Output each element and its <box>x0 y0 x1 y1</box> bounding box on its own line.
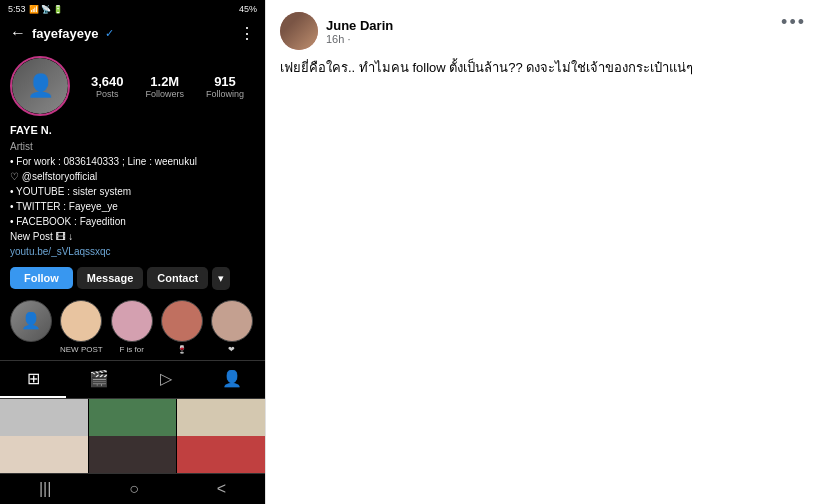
highlight-4[interactable]: ❤ <box>211 300 253 354</box>
followers-stat[interactable]: 1.2M Followers <box>146 74 185 99</box>
dropdown-button[interactable]: ▾ <box>212 267 230 290</box>
bio-line3: • YOUTUBE : sister system <box>10 184 255 199</box>
highlight-3-label: 🍷 <box>177 345 187 354</box>
status-time: 5:53 <box>8 4 26 14</box>
highlight-0[interactable]: 👤 <box>10 300 52 354</box>
fb-post-header: June Darin 16h · ••• <box>280 12 806 50</box>
verified-badge: ✓ <box>105 27 114 40</box>
posts-stat: 3,640 Posts <box>91 74 124 99</box>
tab-bar: ⊞ 🎬 ▷ 👤 <box>0 360 265 399</box>
highlight-2-label: F is for <box>119 345 143 354</box>
profile-avatar[interactable]: 👤 <box>10 56 70 116</box>
fb-post-text: เฟยยี่คือใคร.. ทำไมคน follow ตั้งเป็นล้า… <box>280 58 806 79</box>
bio-line5: • FACEBOOK : Fayedition <box>10 214 255 229</box>
back-button[interactable]: ← <box>10 24 26 42</box>
video-icon: ▷ <box>160 369 172 388</box>
tab-reels[interactable]: 🎬 <box>66 361 132 398</box>
bio-link[interactable]: youtu.be/_sVLaqssxqc <box>10 246 111 257</box>
fb-poster-name[interactable]: June Darin <box>326 18 393 33</box>
highlight-1[interactable]: NEW POST <box>60 300 103 354</box>
bio-line6: New Post 🎞 ↓ <box>10 229 255 244</box>
more-options-button[interactable]: ⋮ <box>239 24 255 43</box>
bio-section: FAYE N. Artist • For work : 0836140333 ;… <box>0 120 265 263</box>
status-right: 45% <box>239 4 257 14</box>
highlight-4-label: ❤ <box>228 345 235 354</box>
highlight-3[interactable]: 🍷 <box>161 300 203 354</box>
profile-section: 👤 3,640 Posts 1.2M Followers 915 Followi… <box>0 48 265 120</box>
nav-menu[interactable]: ||| <box>39 480 51 498</box>
following-count: 915 <box>214 74 236 89</box>
following-label: Following <box>206 89 244 99</box>
contact-button[interactable]: Contact <box>147 267 208 289</box>
tab-grid[interactable]: ⊞ <box>0 361 66 398</box>
bio-line2: ♡ @selfstoryofficial <box>10 169 255 184</box>
tab-video[interactable]: ▷ <box>133 361 199 398</box>
photo-grid: CHANEL <box>0 399 265 474</box>
bio-line4: • TWITTER : Fayeye_ye <box>10 199 255 214</box>
instagram-panel: 5:53 📶 📡 🔋 45% ← fayefayeye ✓ ⋮ 👤 3,640 … <box>0 0 265 504</box>
facebook-panel: June Darin 16h · ••• เฟยยี่คือใคร.. ทำไม… <box>266 0 820 504</box>
fb-avatar[interactable] <box>280 12 318 50</box>
fb-user-info: June Darin 16h · <box>280 12 393 50</box>
status-icons: 📶 📡 🔋 <box>29 5 63 14</box>
grid-cell-3[interactable] <box>0 436 88 473</box>
grid-cell-4[interactable] <box>89 436 177 473</box>
profile-username: fayefayeye <box>32 26 99 41</box>
grid-icon: ⊞ <box>27 369 40 388</box>
followers-label: Followers <box>146 89 185 99</box>
highlight-2[interactable]: F is for <box>111 300 153 354</box>
stats-row: 3,640 Posts 1.2M Followers 915 Following <box>80 74 255 99</box>
action-buttons: Follow Message Contact ▾ <box>0 263 265 294</box>
tagged-icon: 👤 <box>222 369 242 388</box>
highlight-1-label: NEW POST <box>60 345 103 354</box>
nav-back[interactable]: < <box>217 480 226 498</box>
ig-header: ← fayefayeye ✓ ⋮ <box>0 18 265 48</box>
posts-count: 3,640 <box>91 74 124 89</box>
message-button[interactable]: Message <box>77 267 143 289</box>
bio-name: FAYE N. <box>10 122 255 139</box>
status-left: 5:53 📶 📡 🔋 <box>8 4 63 14</box>
status-bar: 5:53 📶 📡 🔋 45% <box>0 0 265 18</box>
reels-icon: 🎬 <box>89 369 109 388</box>
nav-home[interactable]: ○ <box>129 480 139 498</box>
fb-post-time: 16h · <box>326 33 393 45</box>
followers-count: 1.2M <box>150 74 179 89</box>
bio-role: Artist <box>10 139 255 154</box>
following-stat[interactable]: 915 Following <box>206 74 244 99</box>
tab-tagged[interactable]: 👤 <box>199 361 265 398</box>
fb-more-options[interactable]: ••• <box>781 12 806 33</box>
bottom-nav: ||| ○ < <box>0 473 265 504</box>
highlights-row: 👤 NEW POST F is for 🍷 ❤ <box>0 294 265 360</box>
posts-label: Posts <box>96 89 119 99</box>
bio-line1: • For work : 0836140333 ; Line : weenuku… <box>10 154 255 169</box>
grid-cell-5[interactable] <box>177 436 265 473</box>
battery-level: 45% <box>239 4 257 14</box>
follow-button[interactable]: Follow <box>10 267 73 289</box>
